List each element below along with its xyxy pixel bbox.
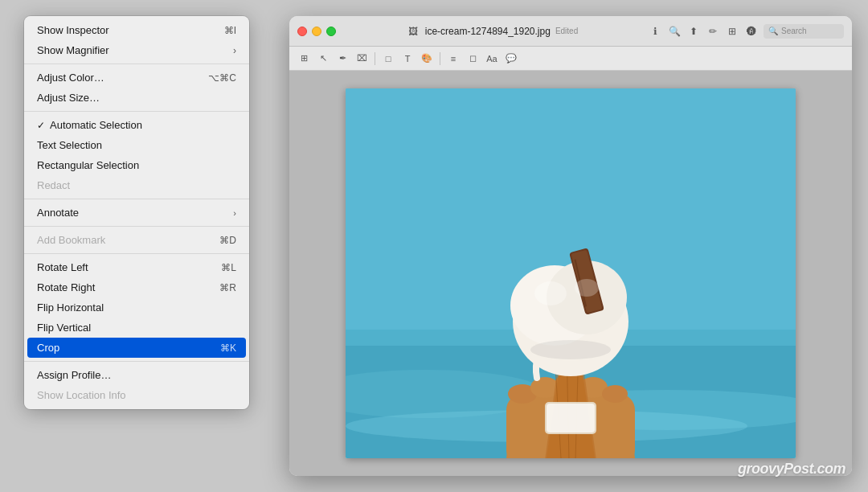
shortcut-rotate-left: ⌘L: [221, 262, 236, 273]
toolbar-divider-1: [375, 52, 375, 65]
traffic-lights: [297, 27, 336, 36]
minimize-button[interactable]: [312, 27, 321, 36]
menu-item-flip-vertical[interactable]: Flip Vertical: [24, 318, 249, 338]
menu-item-label-flip-vertical: Flip Vertical: [37, 322, 91, 334]
info-icon[interactable]: ℹ: [648, 24, 662, 39]
ice-cream-image: [346, 88, 796, 458]
menu-item-add-bookmark: Add Bookmark⌘D: [24, 230, 249, 250]
menu-item-label-add-bookmark: Add Bookmark: [37, 234, 105, 246]
menu-item-show-magnifier[interactable]: Show Magnifier›: [24, 40, 249, 60]
menu-item-automatic-selection[interactable]: ✓ Automatic Selection: [24, 115, 249, 135]
menu-item-label-assign-profile: Assign Profile…: [37, 369, 111, 381]
menu-item-label-adjust-size: Adjust Size…: [37, 92, 100, 104]
toolbar-crop-icon[interactable]: ⌧: [354, 51, 370, 67]
separator-after-adjust-size: [24, 111, 249, 112]
svg-rect-19: [547, 404, 595, 433]
menu-item-label-text-selection: Text Selection: [37, 139, 102, 151]
menu-item-rotate-left[interactable]: Rotate Left⌘L: [24, 257, 249, 277]
title-filename: ice-cream-1274894_1920.jpg: [425, 26, 551, 37]
maximize-button[interactable]: [326, 27, 336, 36]
shortcut-show-inspector: ⌘I: [224, 25, 236, 36]
zoom-icon[interactable]: 🔍: [667, 24, 682, 39]
separator-after-redact: [24, 199, 249, 199]
shortcut-add-bookmark: ⌘D: [219, 235, 236, 246]
menu-item-label-rotate-right: Rotate Right: [37, 281, 95, 293]
search-placeholder: Search: [781, 27, 807, 35]
separator-after-add-bookmark: [24, 253, 249, 254]
pencil-icon[interactable]: ✏: [706, 24, 720, 39]
separator-after-show-magnifier: [24, 64, 249, 64]
context-menu: Show Inspector⌘IShow Magnifier›Adjust Co…: [24, 16, 249, 409]
menu-item-redact: Redact: [24, 175, 249, 195]
toolbar-font-icon[interactable]: Aa: [484, 51, 500, 67]
toolbar-align-icon[interactable]: ≡: [445, 51, 461, 67]
app-window: 🖼 ice-cream-1274894_1920.jpg Edited ℹ 🔍 …: [289, 16, 852, 476]
svg-point-28: [534, 281, 567, 305]
ice-cream-svg: [346, 88, 796, 458]
title-edited: Edited: [555, 27, 578, 35]
toolbar-note-icon[interactable]: 💬: [503, 51, 519, 67]
toolbar: ⊞ ↖ ✒ ⌧ □ T 🎨 ≡ ◻ Aa 💬: [289, 47, 852, 71]
separator-after-crop: [24, 361, 249, 362]
toolbar-shape-icon[interactable]: □: [380, 51, 396, 67]
menu-item-label-rotate-left: Rotate Left: [37, 261, 88, 273]
toolbar-color-icon[interactable]: 🎨: [419, 51, 435, 67]
title-bar-center: 🖼 ice-cream-1274894_1920.jpg Edited: [336, 24, 648, 39]
menu-item-label-annotate: Annotate: [37, 207, 79, 219]
shortcut-crop: ⌘K: [220, 342, 236, 354]
menu-item-adjust-size[interactable]: Adjust Size…: [24, 88, 249, 108]
menu-item-label-adjust-color: Adjust Color…: [37, 72, 104, 84]
menu-item-annotate[interactable]: Annotate›: [24, 203, 249, 223]
svg-point-29: [575, 279, 599, 297]
share-icon[interactable]: ⬆: [686, 24, 701, 39]
menu-item-crop[interactable]: Crop⌘K: [27, 338, 246, 358]
title-bar: 🖼 ice-cream-1274894_1920.jpg Edited ℹ 🔍 …: [289, 16, 852, 47]
menu-item-flip-horizontal[interactable]: Flip Horizontal: [24, 297, 249, 318]
checkmark-icon: ✓: [37, 120, 45, 131]
menu-item-label-rectangular-selection: Rectangular Selection: [37, 159, 139, 171]
shortcut-show-magnifier: ›: [233, 45, 236, 56]
close-button[interactable]: [297, 27, 307, 36]
menu-item-label-flip-horizontal: Flip Horizontal: [37, 301, 104, 314]
menu-item-label-show-inspector: Show Inspector: [37, 24, 109, 36]
title-bar-right: ℹ 🔍 ⬆ ✏ ⊞ 🅐 🔍 Search: [648, 24, 844, 39]
svg-point-30: [530, 340, 611, 359]
menu-item-rectangular-selection[interactable]: Rectangular Selection: [24, 155, 249, 175]
menu-item-label-crop: Crop: [37, 342, 59, 354]
menu-item-show-location-info: Show Location Info: [24, 385, 249, 405]
menu-item-show-inspector[interactable]: Show Inspector⌘I: [24, 20, 249, 40]
menu-item-label-automatic-selection: ✓ Automatic Selection: [37, 119, 142, 131]
file-icon: 🖼: [406, 24, 420, 39]
toolbar-cursor-icon[interactable]: ↖: [315, 51, 331, 67]
submenu-arrow-icon: ›: [233, 208, 236, 218]
content-area: [289, 71, 852, 476]
toolbar-pen-icon[interactable]: ✒: [334, 51, 350, 67]
menu-item-rotate-right[interactable]: Rotate Right⌘R: [24, 277, 249, 297]
menu-item-text-selection[interactable]: Text Selection: [24, 135, 249, 155]
separator-after-annotate: [24, 226, 249, 227]
search-icon: 🔍: [768, 27, 778, 35]
shortcut-adjust-color: ⌥⌘C: [208, 72, 236, 84]
toolbar-border-icon[interactable]: ◻: [465, 51, 481, 67]
menu-item-label-show-magnifier: Show Magnifier: [37, 44, 109, 56]
toolbar-grid-icon[interactable]: ⊞: [296, 51, 312, 67]
svg-point-12: [602, 385, 628, 403]
badge-icon[interactable]: 🅐: [744, 24, 759, 39]
watermark: groovyPost.com: [738, 461, 845, 478]
menu-item-label-redact: Redact: [37, 179, 70, 191]
menu-item-assign-profile[interactable]: Assign Profile…: [24, 365, 249, 385]
search-box[interactable]: 🔍 Search: [764, 24, 844, 39]
toolbar-divider-2: [440, 52, 440, 65]
menu-item-adjust-color[interactable]: Adjust Color…⌥⌘C: [24, 68, 249, 88]
image-container: [346, 88, 796, 458]
toolbar-text-icon[interactable]: T: [399, 51, 416, 67]
shortcut-rotate-right: ⌘R: [219, 282, 236, 293]
resize-icon[interactable]: ⊞: [725, 24, 739, 39]
menu-item-label-show-location-info: Show Location Info: [37, 389, 126, 401]
